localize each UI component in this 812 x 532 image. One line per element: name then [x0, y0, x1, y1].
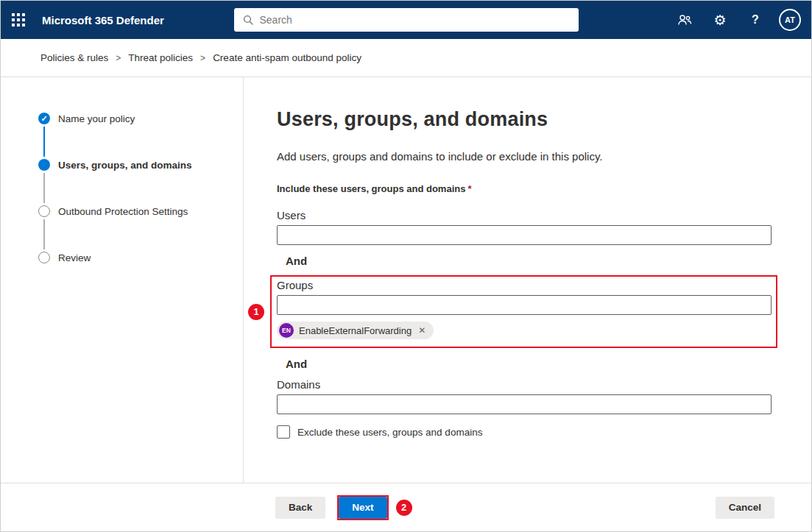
search-input[interactable]: [260, 14, 570, 26]
back-button[interactable]: Back: [275, 497, 325, 519]
breadcrumb-item-policies-rules[interactable]: Policies & rules: [40, 52, 108, 63]
main-panel: Users, groups, and domains Add users, gr…: [244, 77, 811, 483]
step-complete-check-icon: ✓: [38, 113, 50, 124]
wizard-step-users-groups-domains[interactable]: Users, groups, and domains: [38, 159, 243, 171]
wizard-step-name-your-policy[interactable]: ✓ Name your policy: [38, 113, 243, 124]
page-subtitle: Add users, groups and domains to include…: [277, 150, 811, 163]
top-bar: Microsoft 365 Defender ⚙ ? AT: [1, 1, 811, 39]
annotation-badge-2: 2: [396, 500, 412, 516]
wizard-step-review[interactable]: Review: [38, 252, 243, 263]
breadcrumb-separator-icon: >: [116, 53, 121, 63]
cancel-button[interactable]: Cancel: [716, 497, 774, 519]
step-connector: [43, 127, 45, 157]
settings-gear-icon[interactable]: ⚙: [708, 8, 732, 32]
exclude-checkbox-row: Exclude these users, groups and domains: [277, 425, 811, 439]
step-upcoming-circle-icon: [38, 205, 50, 217]
search-icon: [243, 15, 253, 25]
account-avatar[interactable]: AT: [779, 9, 801, 31]
wizard-step-outbound-protection-settings[interactable]: Outbound Protection Settings: [38, 205, 243, 217]
and-separator-2: And: [286, 358, 811, 370]
wizard-footer: Back Next 2 Cancel: [1, 483, 811, 531]
step-connector: [43, 173, 45, 203]
step-label: Name your policy: [58, 113, 135, 124]
annotation-box-groups: 1 Groups EN EnableExternalForwarding ✕: [270, 275, 777, 348]
step-upcoming-circle-icon: [38, 252, 50, 263]
required-asterisk: *: [467, 183, 471, 194]
global-search: [234, 8, 579, 32]
groups-field-label: Groups: [277, 279, 776, 291]
next-button[interactable]: Next: [339, 497, 386, 519]
annotation-outline-next: Next: [337, 495, 388, 520]
step-label: Review: [58, 252, 91, 263]
app-launcher-icon[interactable]: [1, 1, 36, 39]
group-chip: EN EnableExternalForwarding ✕: [277, 322, 434, 339]
groups-input[interactable]: [277, 295, 772, 315]
waffle-grid-icon: [12, 13, 25, 26]
help-icon[interactable]: ?: [744, 8, 767, 32]
wizard-steps-panel: ✓ Name your policy Users, groups, and do…: [1, 77, 244, 483]
breadcrumb-item-current: Create anti-spam outbound policy: [213, 52, 361, 63]
page-title: Users, groups, and domains: [277, 108, 811, 131]
and-separator-1: And: [286, 255, 811, 267]
users-field-label: Users: [277, 209, 811, 221]
domains-input[interactable]: [277, 394, 772, 414]
domains-field-label: Domains: [277, 378, 811, 391]
breadcrumb: Policies & rules > Threat policies > Cre…: [1, 39, 811, 77]
avatar-initials: AT: [785, 15, 795, 24]
group-chip-name: EnableExternalForwarding: [299, 325, 412, 336]
community-icon[interactable]: [673, 8, 696, 32]
step-label: Outbound Protection Settings: [58, 206, 188, 217]
users-input[interactable]: [277, 225, 772, 245]
app-title: Microsoft 365 Defender: [42, 14, 164, 26]
chip-remove-icon[interactable]: ✕: [417, 325, 427, 336]
breadcrumb-item-threat-policies[interactable]: Threat policies: [128, 52, 193, 63]
exclude-checkbox[interactable]: [277, 425, 290, 439]
annotation-badge-1: 1: [248, 304, 264, 320]
include-section-label: Include these users, groups and domains*: [277, 183, 811, 194]
group-avatar: EN: [279, 323, 294, 338]
top-right-icons: ⚙ ? AT: [673, 8, 811, 32]
content-area: ✓ Name your policy Users, groups, and do…: [1, 77, 811, 483]
step-label: Users, groups, and domains: [58, 160, 192, 171]
step-connector: [43, 219, 45, 249]
groups-chip-row: EN EnableExternalForwarding ✕: [277, 322, 776, 339]
defender-window: Microsoft 365 Defender ⚙ ? AT: [0, 0, 812, 532]
breadcrumb-separator-icon: >: [200, 53, 205, 63]
step-current-dot-icon: [38, 159, 50, 171]
exclude-checkbox-label: Exclude these users, groups and domains: [297, 427, 482, 438]
